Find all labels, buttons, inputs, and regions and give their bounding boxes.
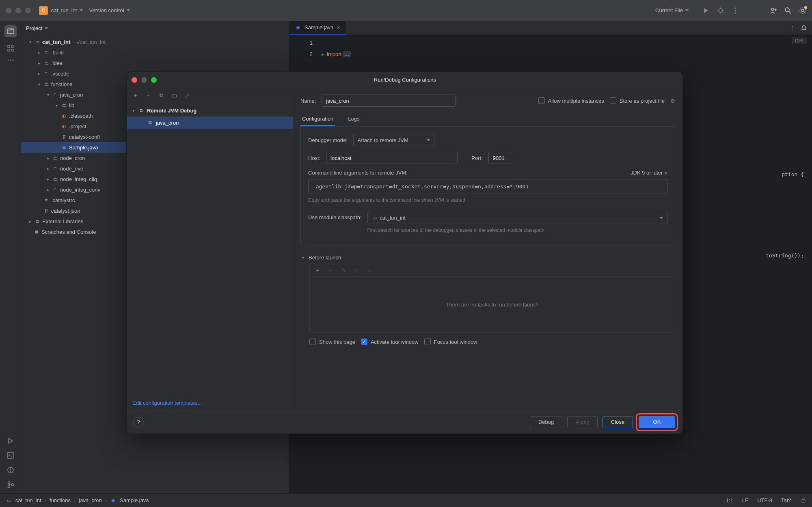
caret-pos[interactable]: 1:1 <box>726 497 733 503</box>
svg-rect-23 <box>7 453 14 458</box>
tree-root-name: cat_tun_int <box>42 39 70 45</box>
minimize-window-dot[interactable] <box>15 8 21 13</box>
host-label: Host: <box>308 155 320 161</box>
tree-folder-build[interactable]: ▸🗀.build <box>21 47 289 58</box>
java-class-icon: ◉ <box>295 24 301 31</box>
dialog-min-dot[interactable] <box>141 77 147 83</box>
run-config-dropdown[interactable]: Current File <box>655 7 689 13</box>
copy-config-icon[interactable]: ⧉ <box>158 92 165 99</box>
dialog-title: Run/Debug Configurations <box>157 77 653 83</box>
statusbar: ▭cat_tun_int› functions› java_cron› ◉Sam… <box>0 493 812 507</box>
name-input[interactable] <box>322 95 456 107</box>
svg-line-12 <box>789 11 791 13</box>
dialog-zoom-dot[interactable] <box>151 77 157 83</box>
project-tool-icon[interactable] <box>4 25 17 37</box>
titlebar: C cat_tun_int Version control Current Fi… <box>0 0 812 21</box>
current-file-label: Current File <box>655 7 683 13</box>
sort-config-icon[interactable]: ↓ᴬ <box>184 92 191 99</box>
problems-tool-icon[interactable] <box>7 466 14 474</box>
svg-point-27 <box>10 471 11 472</box>
zoom-window-dot[interactable] <box>25 8 31 13</box>
classpath-label: Use module classpath: <box>308 212 362 220</box>
line-ending[interactable]: LF <box>742 497 748 503</box>
before-remove-icon[interactable]: － <box>327 267 334 274</box>
tab-logs[interactable]: Logs <box>346 112 361 126</box>
svg-point-28 <box>8 482 10 484</box>
close-tab-icon[interactable]: × <box>337 24 340 31</box>
edit-templates-link[interactable]: Edit configuration templates... <box>127 396 293 410</box>
tree-root-path: ~/cat_tun_int <box>75 39 106 45</box>
svg-point-30 <box>11 484 13 486</box>
more-icon[interactable] <box>732 7 739 14</box>
before-down-icon[interactable]: ↓ <box>366 267 373 274</box>
search-icon[interactable] <box>784 7 792 14</box>
dialog-sidebar: ＋ － ⧉ 🗀 ↓ᴬ ▾⧉Remote JVM Debug ⧉java_cron… <box>127 88 293 410</box>
more-tool-icon[interactable] <box>7 59 14 61</box>
port-input[interactable] <box>488 152 511 164</box>
chevron-down-icon[interactable] <box>45 27 48 29</box>
save-config-icon[interactable]: 🗀 <box>171 92 178 99</box>
close-button[interactable]: Close <box>603 416 633 428</box>
classpath-select[interactable]: ▭ cat_tun_int <box>367 212 667 224</box>
tree-folder-idea[interactable]: ▸🗀.idea <box>21 58 289 68</box>
before-add-icon[interactable]: ＋ <box>314 267 321 274</box>
indent[interactable]: Tab* <box>781 497 792 503</box>
debug-icon[interactable] <box>717 7 724 14</box>
debugger-mode-label: Debugger mode: <box>308 137 348 143</box>
remove-config-icon[interactable]: － <box>145 92 152 99</box>
tab-sample[interactable]: ◉ Sample.java × <box>289 21 346 35</box>
breadcrumb[interactable]: ▭cat_tun_int› functions› java_cron› ◉Sam… <box>6 497 149 504</box>
project-badge: C <box>39 6 48 15</box>
vcs-label: Version control <box>89 7 124 13</box>
tab-configuration[interactable]: Configuration <box>300 112 335 126</box>
editor-tabs: ◉ Sample.java × ⋮ <box>289 21 812 35</box>
gear-icon[interactable]: ⚙ <box>670 98 675 104</box>
before-empty-text: There are no tasks to run before launch <box>310 276 675 332</box>
vcs-tool-icon[interactable] <box>7 481 14 488</box>
left-gutter <box>0 21 21 493</box>
chevron-down-icon <box>80 9 83 11</box>
inspections-off[interactable]: OFF <box>792 37 807 44</box>
add-config-icon[interactable]: ＋ <box>132 92 139 99</box>
tree-root[interactable]: ▾▭cat_tun_int ~/cat_tun_int <box>21 37 289 47</box>
port-label: Port: <box>471 155 482 161</box>
terminal-tool-icon[interactable] <box>7 452 14 459</box>
close-window-dot[interactable] <box>6 8 11 13</box>
help-button[interactable]: ? <box>133 417 144 427</box>
tab-more-icon[interactable]: ⋮ <box>790 25 795 31</box>
host-input[interactable] <box>326 152 458 164</box>
debug-button[interactable]: Debug <box>530 416 562 428</box>
jdk-link[interactable]: JDK 9 or later <box>631 170 667 176</box>
run-icon[interactable] <box>702 7 710 14</box>
show-page-checkbox[interactable]: Show this page <box>309 339 355 345</box>
allow-multi-checkbox[interactable]: Allow multiple instances <box>538 97 604 104</box>
before-edit-icon[interactable]: ✎ <box>340 267 347 274</box>
store-file-checkbox[interactable]: Store as project file <box>610 97 665 104</box>
notifications-icon[interactable] <box>801 25 807 31</box>
services-tool-icon[interactable] <box>7 437 14 444</box>
ok-button[interactable]: OK <box>639 416 675 428</box>
vcs-dropdown[interactable]: Version control <box>89 7 130 13</box>
svg-point-0 <box>719 9 723 13</box>
cmd-textarea[interactable]: -agentlib:jdwp=transport=dt_socket,serve… <box>308 179 667 194</box>
svg-rect-17 <box>11 45 13 47</box>
apply-button[interactable]: Apply <box>567 416 598 428</box>
config-item-java-cron[interactable]: ⧉java_cron <box>127 117 293 129</box>
config-group[interactable]: ▾⧉Remote JVM Debug <box>127 104 293 117</box>
readonly-icon[interactable] <box>801 497 806 503</box>
settings-icon[interactable] <box>799 7 806 14</box>
before-launch-section[interactable]: ▾Before launch <box>300 255 675 261</box>
dialog-close-dot[interactable] <box>132 77 137 83</box>
structure-tool-icon[interactable] <box>7 45 14 52</box>
svg-rect-31 <box>802 500 805 503</box>
name-label: Name: <box>300 98 316 104</box>
activate-tool-checkbox[interactable]: ✓Activate tool window <box>361 339 419 345</box>
encoding[interactable]: UTF-8 <box>757 497 772 503</box>
project-dropdown[interactable]: cat_tun_int <box>51 7 83 13</box>
focus-tool-checkbox[interactable]: Focus tool window <box>424 339 477 345</box>
collaborate-icon[interactable] <box>770 7 777 14</box>
debugger-mode-select[interactable]: Attach to remote JVM <box>353 134 434 146</box>
svg-point-8 <box>771 8 774 11</box>
chevron-down-icon <box>127 9 130 11</box>
before-up-icon[interactable]: ↑ <box>353 267 360 274</box>
